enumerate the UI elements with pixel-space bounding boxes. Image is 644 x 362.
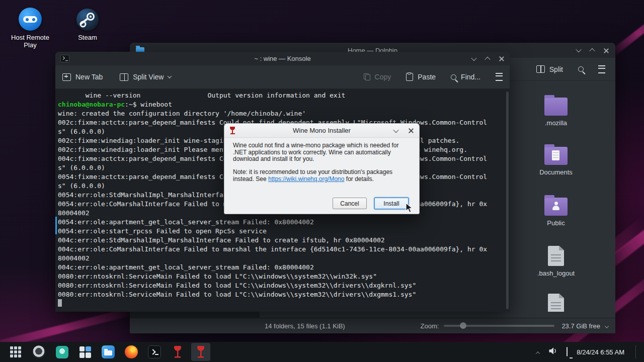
file-label: Documents (539, 168, 573, 176)
grid-app-icon (79, 346, 91, 358)
install-button[interactable]: Install (374, 198, 409, 209)
ring-app-button[interactable] (29, 343, 48, 361)
chevron-down-icon (168, 74, 172, 78)
terminal-line: wine: created the configuration director… (58, 109, 510, 118)
desktop-icon-label: Steam (78, 34, 97, 41)
search-icon (578, 66, 584, 72)
desktop-icon-host-remote-play[interactable]: Host Remote Play (10, 8, 50, 49)
hamburger-menu-button[interactable] (496, 73, 503, 80)
terminal-cursor-line (58, 299, 510, 308)
konsole-toolbar: New Tab Split View Copy Paste (55, 65, 510, 89)
display-icon (567, 347, 568, 356)
file-item[interactable]: Documents (526, 144, 586, 176)
copy-button[interactable]: Copy (364, 73, 391, 81)
wiki-mono-link[interactable]: https://wiki.winehq.org/Mono (268, 175, 344, 183)
find-icon (451, 74, 456, 80)
terminal-line: 80004002 (58, 254, 510, 263)
maximize-button[interactable] (484, 55, 491, 62)
new-tab-icon (62, 73, 71, 81)
app-launcher-icon (10, 346, 21, 357)
file-item[interactable]: .mozilla (526, 95, 586, 127)
split-button-label: Split (549, 65, 563, 73)
terminal-line: wine --version Output version informatio… (58, 91, 510, 100)
folder-summary: 14 folders, 15 files (1.1 KiB) (265, 322, 345, 330)
steam-icon (76, 9, 99, 31)
terminal-scrollbar[interactable] (506, 92, 509, 309)
terminal-line: 0080:err:ntoskrnl:ServiceMain Failed to … (58, 272, 510, 281)
wine-task-button[interactable] (168, 343, 187, 361)
terminal-line: 004c:err:ole:CoMarshalInterface Failed t… (58, 245, 510, 254)
terminal-line: 0080:err:ntoskrnl:ServiceMain Failed to … (58, 281, 510, 290)
display-tray-button[interactable] (567, 347, 568, 356)
dolphin-task-button[interactable] (99, 343, 118, 361)
zoom-label: Zoom: (421, 322, 439, 330)
clock[interactable]: 8/24/24 6:55 AM (577, 348, 624, 356)
new-tab-button[interactable]: New Tab (62, 73, 103, 81)
ring-app-icon (32, 345, 45, 358)
dialog-message: Wine could not find a wine-mono package … (233, 142, 412, 163)
search-button[interactable] (577, 66, 584, 73)
hamburger-icon (496, 73, 503, 81)
dialog-body: Wine could not find a wine-mono package … (224, 138, 419, 183)
new-tab-label: New Tab (75, 73, 103, 81)
konsole-titlebar[interactable]: ~ : wine — Konsole (55, 52, 510, 65)
firefox-icon (125, 345, 138, 358)
file-item[interactable] (526, 293, 586, 312)
dialog-titlebar[interactable]: Wine Mono Installer (224, 124, 419, 138)
dialog-note: Note: it is recommended to use your dist… (233, 169, 412, 183)
teal-app-button[interactable] (52, 343, 71, 361)
wine-active-task-button[interactable] (191, 343, 210, 361)
close-button[interactable] (498, 55, 505, 62)
minimize-button[interactable] (392, 127, 399, 134)
split-view-label: Split View (133, 73, 164, 81)
app-launcher-button[interactable] (6, 343, 25, 361)
close-button[interactable] (602, 47, 609, 54)
paste-button[interactable]: Paste (406, 73, 436, 81)
terminal-line: 004c:err:ole:StdMarshalImpl_MarshalInter… (58, 236, 510, 245)
wine-glass-icon (174, 346, 182, 358)
taskbar: 8/24/24 6:55 AM (0, 342, 644, 362)
firefox-task-button[interactable] (122, 343, 141, 361)
hamburger-menu-button[interactable] (598, 66, 605, 73)
split-button[interactable]: Split (536, 65, 563, 73)
close-button[interactable] (407, 127, 414, 134)
wine-glass-icon (197, 346, 205, 358)
konsole-window-title: ~ : wine — Konsole (55, 55, 510, 62)
document-emblem-icon (552, 150, 559, 160)
file-item[interactable]: .bash_logout (526, 245, 586, 277)
dolphin-statusbar: 14 folders, 15 files (1.1 KiB) Zoom: 23.… (130, 318, 615, 333)
zoom-slider-thumb[interactable] (460, 322, 466, 329)
desktop-icon-label: Host Remote Play (10, 34, 50, 49)
find-label: Find... (461, 73, 480, 81)
find-button[interactable]: Find... (451, 73, 480, 81)
copy-label: Copy (375, 73, 391, 81)
terminal-line: 0054:err:ole:apartment_get_local_server_… (58, 218, 510, 227)
file-item[interactable]: Public (526, 195, 586, 227)
volume-button[interactable] (548, 347, 557, 357)
terminal-line: 0054:err:ole:start_rpcss Failed to open … (58, 227, 510, 236)
desktop-icon-steam[interactable]: Steam (69, 9, 106, 41)
wine-mono-installer-dialog: Wine Mono Installer Wine could not find … (224, 123, 420, 214)
command-marker (55, 217, 57, 234)
terminal-line: 0080:err:ntoskrnl:ServiceMain Failed to … (58, 290, 510, 299)
minimize-button[interactable] (575, 47, 582, 54)
grid-app-button[interactable] (75, 343, 95, 361)
cancel-button[interactable]: Cancel (333, 198, 367, 209)
file-icon (548, 294, 564, 312)
konsole-task-button[interactable] (145, 343, 164, 361)
dialog-title: Wine Mono Installer (224, 127, 419, 134)
copy-icon (364, 73, 370, 80)
maximize-button[interactable] (589, 47, 596, 54)
folder-icon (544, 98, 568, 116)
terminal-line: chinoba@nobara-pc:~$ wineboot (58, 100, 510, 109)
tray-expander-button[interactable] (536, 347, 539, 356)
zoom-slider[interactable] (444, 325, 554, 327)
terminal-cursor (58, 299, 62, 307)
volume-icon (548, 347, 557, 355)
split-view-button[interactable]: Split View (120, 73, 171, 81)
folder-icon (544, 147, 568, 165)
free-space-dropdown[interactable] (605, 322, 608, 330)
minimize-button[interactable] (470, 55, 477, 62)
free-space: 23.7 GiB free (561, 322, 600, 330)
panel-edge-handle[interactable] (635, 345, 638, 358)
